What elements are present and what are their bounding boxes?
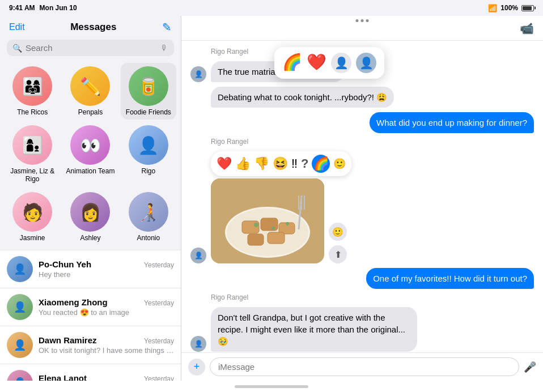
message-bubble-m3: What did you end up making for dinner? [370,112,534,133]
pinned-contact-antonio[interactable]: 🧑‍🦯Antonio [121,189,176,245]
pinned-name: Penpals [78,108,103,116]
status-bar-right: 📶 100% [488,4,534,12]
pinned-contact-rigo[interactable]: 👤Rigo [121,122,176,186]
message-row-m4: 👤 ❤️ 👍 👎 😆 ‼️ ? 🌈 🙂 [190,151,534,263]
conv-time: Yesterday [144,337,174,345]
mic-icon[interactable]: 🎙 [160,44,168,53]
chat-handle [356,19,369,22]
tapback-rainbow[interactable]: 🌈 [282,53,302,73]
svg-point-13 [272,227,275,230]
pinned-name: Antonio [137,234,160,242]
conv-name-row: Xiaomeng ZhongYesterday [39,297,174,307]
emoji-react-button[interactable]: 🙂 [329,223,347,241]
mic-button[interactable]: 🎤 [524,361,536,373]
home-indicator [0,381,543,392]
pinned-contact-foodie-friends[interactable]: 🥫Foodie Friends [121,63,176,120]
tapback-avatar1: 👤 [331,53,351,73]
react-smiley[interactable]: 🙂 [333,157,346,170]
message-row-m5: One of my favorites!! How did it turn ou… [190,268,534,289]
reaction-picker-bar: ❤️ 👍 👎 😆 ‼️ ? 🌈 🙂 [211,151,351,176]
conv-avatar: 👤 [7,256,33,282]
search-bar: 🔍 🎙 [7,40,174,56]
home-bar [235,385,308,388]
conversation-item-xiaomeng-zhong[interactable]: 👤Xiaomeng ZhongYesterdayYou reacted 😍 to… [0,288,181,326]
time: 9:41 AM [9,4,35,12]
pinned-name: Rigo [141,167,155,175]
pinned-avatar: 🧑‍🦯 [129,192,168,232]
status-bar-left: 9:41 AM Mon Jun 10 [9,4,77,12]
pinned-name: Jasmine [20,234,45,242]
conv-name-row: Dawn RamirezYesterday [39,335,174,345]
message-bubble-m5: One of my favorites!! How did it turn ou… [366,268,534,289]
react-haha[interactable]: 😆 [273,156,288,171]
conv-preview: You reacted 😍 to an image [39,308,174,317]
add-attachment-button[interactable]: + [188,359,205,376]
tapback-heart[interactable]: ❤️ [307,53,326,73]
conv-time: Yesterday [144,261,174,269]
edit-button[interactable]: Edit [9,22,25,32]
share-button[interactable]: ⬆ [329,245,347,263]
sender-name-m6: Rigo Rangel [211,293,534,301]
conv-preview: Hey there [39,270,174,279]
pinned-contact-jasmine[interactable]: 🧑Jasmine [5,189,60,245]
pinned-name: Ashley [80,234,100,242]
msg-avatar-rigo: 👤 [190,66,206,82]
svg-point-14 [286,222,289,225]
pinned-avatar: 🧑 [12,192,52,232]
pinned-contact-animation-team[interactable]: 👀Animation Team [62,122,118,186]
tapback-avatar2: 👤 [356,53,376,73]
svg-rect-4 [261,218,278,231]
conversation-item-elena-lanot[interactable]: 👤Elena LanotYesterdayHi! Just checking i… [0,364,181,381]
pinned-contact-penpals[interactable]: ✏️Penpals [62,63,118,120]
conv-avatar: 👤 [7,370,33,381]
battery-percentage: 100% [500,4,518,12]
conversation-item-po-chun-yeh[interactable]: 👤Po-Chun YehYesterdayHey there [0,250,181,288]
conv-name: Elena Lanot [39,373,87,381]
conv-info: Elena LanotYesterdayHi! Just checking in… [39,373,174,381]
conv-name-row: Elena LanotYesterday [39,373,174,381]
search-icon: 🔍 [12,44,22,53]
pinned-avatar: 👤 [129,125,168,165]
input-bar: + 🎤 [181,352,543,381]
search-input[interactable] [26,43,157,53]
conv-name: Xiaomeng Zhong [39,297,108,307]
compose-button[interactable]: ✎ [162,20,172,34]
pinned-contact-ashley[interactable]: 👩Ashley [62,189,118,245]
conv-preview: OK to visit tonight? I have some things … [39,346,174,355]
conv-info: Dawn RamirezYesterdayOK to visit tonight… [39,335,174,355]
pinned-contact-the-ricos[interactable]: 👨‍👩‍👧The Ricos [5,63,60,120]
msg-avatar-rigo2: 👤 [190,248,206,263]
pinned-avatar: 👩‍👦 [12,125,52,165]
message-bubble-m6: Don't tell Grandpa, but I got creative w… [211,307,417,352]
message-input[interactable] [210,357,519,376]
pinned-contact-jasmine,-liz-&-rigo[interactable]: 👩‍👦Jasmine, Liz & Rigo [5,122,60,186]
sidebar-header: Edit Messages ✎ [0,16,181,36]
react-exclaim[interactable]: ‼️ [291,156,298,171]
conv-avatar: 👤 [7,294,33,320]
conv-time: Yesterday [144,299,174,307]
react-question[interactable]: ? [301,156,308,171]
conversation-item-dawn-ramirez[interactable]: 👤Dawn RamirezYesterdayOK to visit tonigh… [0,326,181,364]
image-actions: 🙂 ⬆ [329,223,347,263]
react-rainbow[interactable]: 🌈 [312,155,330,173]
conv-info: Xiaomeng ZhongYesterdayYou reacted 😍 to … [39,297,174,317]
react-thumbdown[interactable]: 👎 [254,156,269,171]
pinned-grid: 👨‍👩‍👧The Ricos✏️Penpals🥫Foodie Friends👩‍… [0,61,181,250]
sidebar: Edit Messages ✎ 🔍 🎙 👨‍👩‍👧The Ricos✏️Penp… [0,16,181,381]
react-heart[interactable]: ❤️ [217,156,232,171]
conv-name: Po-Chun Yeh [39,259,91,269]
sidebar-title: Messages [70,22,116,33]
message-bubble-m2: Debating what to cook tonight. ...rybody… [211,87,394,108]
wifi-icon: 📶 [488,4,497,12]
battery-icon [521,5,534,11]
video-call-button[interactable]: 📹 [520,22,534,35]
pinned-avatar: ✏️ [70,66,110,106]
conv-name-row: Po-Chun YehYesterday [39,259,174,269]
react-thumbup[interactable]: 👍 [235,156,251,171]
pinned-name: Animation Team [66,167,115,175]
pinned-avatar: 👨‍👩‍👧 [12,66,52,106]
svg-rect-6 [248,234,264,245]
food-image [211,178,324,263]
svg-point-12 [254,223,258,227]
message-row-m2: Debating what to cook tonight. ...rybody… [190,87,534,108]
